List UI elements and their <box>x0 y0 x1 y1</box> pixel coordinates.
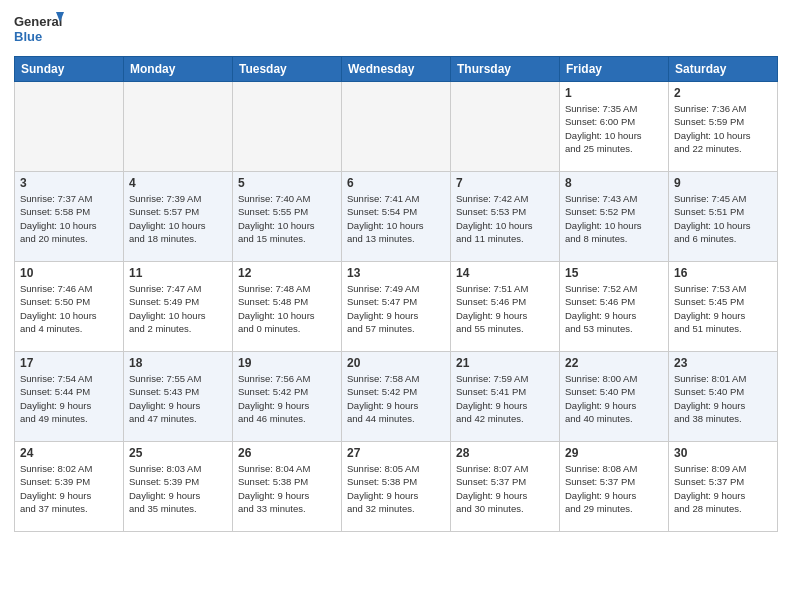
day-number: 25 <box>129 446 227 460</box>
calendar-cell: 19Sunrise: 7:56 AM Sunset: 5:42 PM Dayli… <box>233 352 342 442</box>
day-number: 19 <box>238 356 336 370</box>
calendar-cell: 23Sunrise: 8:01 AM Sunset: 5:40 PM Dayli… <box>669 352 778 442</box>
day-number: 21 <box>456 356 554 370</box>
day-info: Sunrise: 8:00 AM Sunset: 5:40 PM Dayligh… <box>565 372 663 425</box>
day-info: Sunrise: 8:03 AM Sunset: 5:39 PM Dayligh… <box>129 462 227 515</box>
day-number: 27 <box>347 446 445 460</box>
calendar-cell: 10Sunrise: 7:46 AM Sunset: 5:50 PM Dayli… <box>15 262 124 352</box>
day-number: 11 <box>129 266 227 280</box>
day-number: 9 <box>674 176 772 190</box>
day-number: 17 <box>20 356 118 370</box>
calendar-cell: 21Sunrise: 7:59 AM Sunset: 5:41 PM Dayli… <box>451 352 560 442</box>
day-info: Sunrise: 7:59 AM Sunset: 5:41 PM Dayligh… <box>456 372 554 425</box>
day-number: 1 <box>565 86 663 100</box>
calendar-cell: 27Sunrise: 8:05 AM Sunset: 5:38 PM Dayli… <box>342 442 451 532</box>
weekday-friday: Friday <box>560 57 669 82</box>
day-info: Sunrise: 7:43 AM Sunset: 5:52 PM Dayligh… <box>565 192 663 245</box>
calendar-cell: 2Sunrise: 7:36 AM Sunset: 5:59 PM Daylig… <box>669 82 778 172</box>
page: General Blue SundayMondayTuesdayWednesda… <box>0 0 792 546</box>
calendar-cell: 14Sunrise: 7:51 AM Sunset: 5:46 PM Dayli… <box>451 262 560 352</box>
week-row-2: 3Sunrise: 7:37 AM Sunset: 5:58 PM Daylig… <box>15 172 778 262</box>
day-info: Sunrise: 8:01 AM Sunset: 5:40 PM Dayligh… <box>674 372 772 425</box>
day-number: 18 <box>129 356 227 370</box>
svg-text:General: General <box>14 14 62 29</box>
day-info: Sunrise: 7:41 AM Sunset: 5:54 PM Dayligh… <box>347 192 445 245</box>
day-info: Sunrise: 8:05 AM Sunset: 5:38 PM Dayligh… <box>347 462 445 515</box>
day-info: Sunrise: 8:09 AM Sunset: 5:37 PM Dayligh… <box>674 462 772 515</box>
calendar-cell: 30Sunrise: 8:09 AM Sunset: 5:37 PM Dayli… <box>669 442 778 532</box>
day-number: 2 <box>674 86 772 100</box>
svg-text:Blue: Blue <box>14 29 42 44</box>
day-info: Sunrise: 7:42 AM Sunset: 5:53 PM Dayligh… <box>456 192 554 245</box>
calendar-cell <box>233 82 342 172</box>
day-info: Sunrise: 8:07 AM Sunset: 5:37 PM Dayligh… <box>456 462 554 515</box>
day-info: Sunrise: 7:51 AM Sunset: 5:46 PM Dayligh… <box>456 282 554 335</box>
weekday-monday: Monday <box>124 57 233 82</box>
weekday-sunday: Sunday <box>15 57 124 82</box>
weekday-header-row: SundayMondayTuesdayWednesdayThursdayFrid… <box>15 57 778 82</box>
day-number: 10 <box>20 266 118 280</box>
calendar-cell: 4Sunrise: 7:39 AM Sunset: 5:57 PM Daylig… <box>124 172 233 262</box>
calendar-cell: 13Sunrise: 7:49 AM Sunset: 5:47 PM Dayli… <box>342 262 451 352</box>
day-number: 7 <box>456 176 554 190</box>
calendar-cell: 9Sunrise: 7:45 AM Sunset: 5:51 PM Daylig… <box>669 172 778 262</box>
day-info: Sunrise: 7:39 AM Sunset: 5:57 PM Dayligh… <box>129 192 227 245</box>
day-number: 3 <box>20 176 118 190</box>
day-info: Sunrise: 7:36 AM Sunset: 5:59 PM Dayligh… <box>674 102 772 155</box>
header: General Blue <box>14 10 778 48</box>
weekday-tuesday: Tuesday <box>233 57 342 82</box>
calendar-cell: 26Sunrise: 8:04 AM Sunset: 5:38 PM Dayli… <box>233 442 342 532</box>
week-row-4: 17Sunrise: 7:54 AM Sunset: 5:44 PM Dayli… <box>15 352 778 442</box>
day-number: 12 <box>238 266 336 280</box>
calendar-cell: 5Sunrise: 7:40 AM Sunset: 5:55 PM Daylig… <box>233 172 342 262</box>
logo: General Blue <box>14 10 66 48</box>
day-number: 4 <box>129 176 227 190</box>
calendar-cell: 24Sunrise: 8:02 AM Sunset: 5:39 PM Dayli… <box>15 442 124 532</box>
calendar-cell <box>15 82 124 172</box>
logo-svg: General Blue <box>14 10 66 48</box>
day-number: 5 <box>238 176 336 190</box>
day-number: 20 <box>347 356 445 370</box>
calendar-cell: 22Sunrise: 8:00 AM Sunset: 5:40 PM Dayli… <box>560 352 669 442</box>
day-info: Sunrise: 7:45 AM Sunset: 5:51 PM Dayligh… <box>674 192 772 245</box>
calendar-cell: 25Sunrise: 8:03 AM Sunset: 5:39 PM Dayli… <box>124 442 233 532</box>
day-info: Sunrise: 7:55 AM Sunset: 5:43 PM Dayligh… <box>129 372 227 425</box>
day-number: 13 <box>347 266 445 280</box>
calendar-cell: 17Sunrise: 7:54 AM Sunset: 5:44 PM Dayli… <box>15 352 124 442</box>
day-number: 29 <box>565 446 663 460</box>
day-info: Sunrise: 7:49 AM Sunset: 5:47 PM Dayligh… <box>347 282 445 335</box>
calendar-cell: 16Sunrise: 7:53 AM Sunset: 5:45 PM Dayli… <box>669 262 778 352</box>
calendar-cell: 11Sunrise: 7:47 AM Sunset: 5:49 PM Dayli… <box>124 262 233 352</box>
day-info: Sunrise: 7:48 AM Sunset: 5:48 PM Dayligh… <box>238 282 336 335</box>
day-info: Sunrise: 7:56 AM Sunset: 5:42 PM Dayligh… <box>238 372 336 425</box>
calendar-cell: 8Sunrise: 7:43 AM Sunset: 5:52 PM Daylig… <box>560 172 669 262</box>
calendar-cell: 3Sunrise: 7:37 AM Sunset: 5:58 PM Daylig… <box>15 172 124 262</box>
calendar: SundayMondayTuesdayWednesdayThursdayFrid… <box>14 56 778 532</box>
weekday-wednesday: Wednesday <box>342 57 451 82</box>
day-info: Sunrise: 7:40 AM Sunset: 5:55 PM Dayligh… <box>238 192 336 245</box>
day-number: 15 <box>565 266 663 280</box>
day-info: Sunrise: 7:54 AM Sunset: 5:44 PM Dayligh… <box>20 372 118 425</box>
week-row-5: 24Sunrise: 8:02 AM Sunset: 5:39 PM Dayli… <box>15 442 778 532</box>
calendar-cell <box>342 82 451 172</box>
calendar-cell <box>451 82 560 172</box>
day-info: Sunrise: 7:58 AM Sunset: 5:42 PM Dayligh… <box>347 372 445 425</box>
day-info: Sunrise: 8:08 AM Sunset: 5:37 PM Dayligh… <box>565 462 663 515</box>
weekday-saturday: Saturday <box>669 57 778 82</box>
day-info: Sunrise: 7:52 AM Sunset: 5:46 PM Dayligh… <box>565 282 663 335</box>
calendar-cell: 15Sunrise: 7:52 AM Sunset: 5:46 PM Dayli… <box>560 262 669 352</box>
calendar-cell <box>124 82 233 172</box>
week-row-3: 10Sunrise: 7:46 AM Sunset: 5:50 PM Dayli… <box>15 262 778 352</box>
day-info: Sunrise: 7:37 AM Sunset: 5:58 PM Dayligh… <box>20 192 118 245</box>
day-number: 26 <box>238 446 336 460</box>
day-number: 24 <box>20 446 118 460</box>
calendar-cell: 20Sunrise: 7:58 AM Sunset: 5:42 PM Dayli… <box>342 352 451 442</box>
day-number: 28 <box>456 446 554 460</box>
day-number: 22 <box>565 356 663 370</box>
calendar-cell: 7Sunrise: 7:42 AM Sunset: 5:53 PM Daylig… <box>451 172 560 262</box>
calendar-cell: 6Sunrise: 7:41 AM Sunset: 5:54 PM Daylig… <box>342 172 451 262</box>
day-number: 14 <box>456 266 554 280</box>
day-number: 8 <box>565 176 663 190</box>
day-info: Sunrise: 7:53 AM Sunset: 5:45 PM Dayligh… <box>674 282 772 335</box>
calendar-cell: 18Sunrise: 7:55 AM Sunset: 5:43 PM Dayli… <box>124 352 233 442</box>
